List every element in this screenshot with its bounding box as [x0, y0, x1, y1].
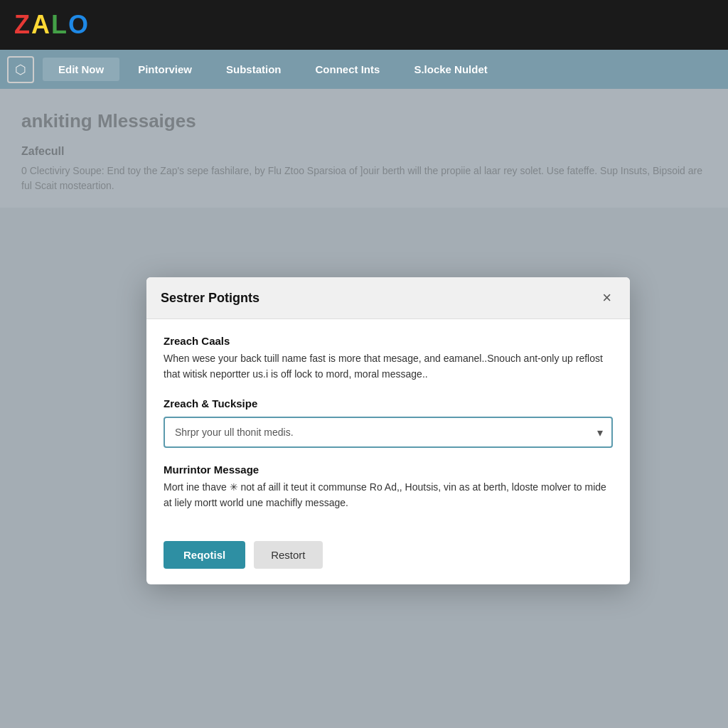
- modal-section3-title: Murrintor Message: [164, 464, 613, 476]
- modal-body: Zreach Caals When wese your back tuill n…: [146, 319, 630, 541]
- modal-section-zreach-tucksipe: Zreach & Tucksipe Shrpr your ull thonit …: [164, 397, 613, 448]
- modal-footer: Reqotisl Restort: [146, 541, 630, 584]
- nav-item-edit-now[interactable]: Edit Now: [43, 58, 119, 81]
- reqotisl-button[interactable]: Reqotisl: [164, 541, 245, 569]
- logo-a: A: [31, 10, 51, 39]
- modal-section-murrintor: Murrintor Message Mort ine thave ✳ not a…: [164, 464, 613, 510]
- modal-section1-text: When wese your back tuill name fast is m…: [164, 351, 613, 382]
- logo-o: O: [68, 10, 90, 39]
- restort-button[interactable]: Restort: [254, 541, 322, 569]
- modal-dialog: Sestrer Potignts × Zreach Caals When wes…: [146, 277, 630, 584]
- modal-header: Sestrer Potignts ×: [146, 277, 630, 319]
- modal-section2-title: Zreach & Tucksipe: [164, 397, 613, 410]
- nav-item-substation[interactable]: Substation: [210, 58, 297, 81]
- dropdown-wrapper: Shrpr your ull thonit medis. ▾: [164, 417, 613, 448]
- nav-brand-icon: ⬡: [7, 56, 34, 83]
- modal-section3-text: Mort ine thave ✳ not af aill it teut it …: [164, 480, 613, 510]
- nav-item-connect-ints[interactable]: Connect Ints: [300, 58, 396, 81]
- modal-close-button[interactable]: ×: [598, 289, 616, 307]
- tucksipe-dropdown[interactable]: Shrpr your ull thonit medis.: [164, 417, 613, 448]
- modal-title: Sestrer Potignts: [161, 291, 259, 306]
- nav-bar: ⬡ Edit Now Pintorview Substation Connect…: [0, 50, 728, 89]
- nav-item-slocke-nuldet[interactable]: S.locke Nuldet: [398, 58, 503, 81]
- nav-item-pintorview[interactable]: Pintorview: [122, 58, 208, 81]
- modal-section-zreach-caals: Zreach Caals When wese your back tuill n…: [164, 335, 613, 382]
- top-bar: ZALO: [0, 0, 728, 50]
- logo: ZALO: [14, 10, 90, 40]
- logo-z: Z: [14, 10, 31, 39]
- modal-section1-title: Zreach Caals: [164, 335, 613, 347]
- logo-l: L: [51, 10, 68, 39]
